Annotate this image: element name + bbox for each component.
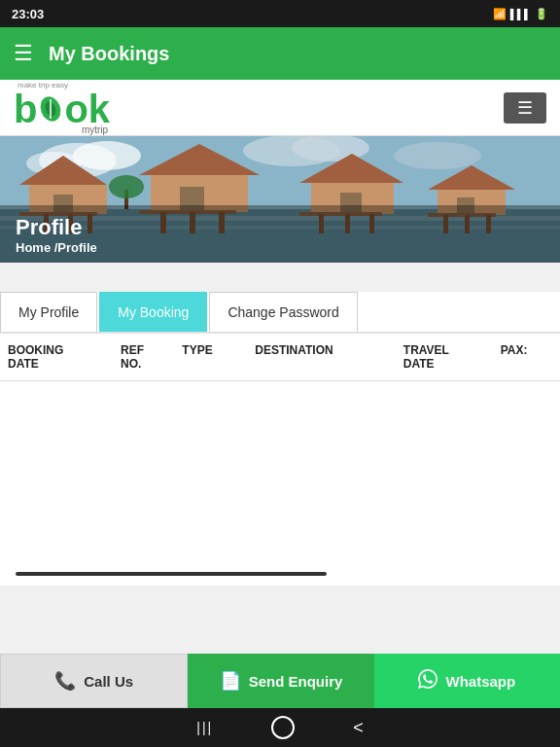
- gap: [0, 263, 560, 278]
- status-time: 23:03: [12, 7, 44, 21]
- tabs: My Profile My Booking Change Password: [0, 292, 560, 334]
- whatsapp-button[interactable]: Whatsapp: [374, 654, 560, 708]
- status-icons: 📶 ▌▌▌ 🔋: [493, 8, 548, 20]
- hamburger-icon[interactable]: ☰: [14, 41, 33, 66]
- logo-ok: ok: [64, 89, 110, 128]
- call-us-button[interactable]: 📞 Call Us: [0, 654, 188, 708]
- svg-point-42: [109, 175, 144, 198]
- android-home-btn[interactable]: [271, 716, 295, 739]
- logo: make trip easy b ok mytrip: [14, 81, 110, 135]
- phone-icon: 📞: [54, 670, 76, 692]
- network-icon: 📶: [493, 8, 507, 20]
- col-type: TYPE: [174, 334, 247, 381]
- tab-my-profile[interactable]: My Profile: [0, 292, 97, 332]
- status-bar: 23:03 📶 ▌▌▌ 🔋: [0, 0, 560, 27]
- menu-icon[interactable]: ☰: [504, 92, 546, 124]
- android-menu-btn[interactable]: |||: [196, 720, 213, 735]
- tab-my-booking[interactable]: My Booking: [99, 292, 207, 332]
- col-travel-date: TRAVELDATE: [396, 334, 493, 381]
- hero-title: Profile: [16, 215, 544, 240]
- battery-icon: 🔋: [535, 8, 548, 20]
- breadcrumb-home: Home: [16, 240, 51, 255]
- menu-lines-icon: ☰: [517, 97, 533, 119]
- scroll-area[interactable]: [0, 381, 560, 576]
- whatsapp-icon: [418, 669, 438, 694]
- svg-point-5: [73, 141, 141, 170]
- table-container: BOOKINGDATE REFNO. TYPE DESTINATION TRAV…: [0, 334, 560, 381]
- col-ref-no: REFNO.: [113, 334, 174, 381]
- enquiry-label: Send Enquiry: [249, 673, 343, 690]
- svg-point-9: [394, 142, 481, 169]
- logo-mytrip: mytrip: [14, 124, 110, 135]
- nav-title: My Bookings: [49, 43, 169, 65]
- logo-leaf-icon: [35, 93, 66, 124]
- hero-overlay: Profile Home /Profile: [0, 205, 560, 263]
- android-nav-bar: ||| <: [0, 708, 560, 747]
- footer-bar: 📞 Call Us 📄 Send Enquiry Whatsapp: [0, 654, 560, 708]
- col-destination: DESTINATION: [247, 334, 396, 381]
- col-pax: PAX:: [493, 334, 560, 381]
- breadcrumb-current: Profile: [57, 240, 96, 255]
- send-enquiry-button[interactable]: 📄 Send Enquiry: [188, 654, 373, 708]
- enquiry-icon: 📄: [220, 670, 241, 692]
- signal-icon: ▌▌▌: [510, 9, 531, 19]
- booking-table: BOOKINGDATE REFNO. TYPE DESTINATION TRAV…: [0, 334, 560, 381]
- hero-section: Profile Home /Profile: [0, 136, 560, 263]
- whatsapp-label: Whatsapp: [445, 673, 515, 690]
- table-header-row: BOOKINGDATE REFNO. TYPE DESTINATION TRAV…: [0, 334, 560, 381]
- scroll-track[interactable]: [16, 572, 327, 576]
- content-section: My Profile My Booking Change Password BO…: [0, 292, 560, 586]
- logo-b: b: [14, 89, 37, 128]
- col-booking-date: BOOKINGDATE: [0, 334, 113, 381]
- tab-change-password[interactable]: Change Password: [209, 292, 357, 332]
- hero-breadcrumb: Home /Profile: [16, 240, 544, 255]
- call-label: Call Us: [84, 673, 133, 690]
- nav-bar: ☰ My Bookings: [0, 27, 560, 80]
- logo-text: b ok: [14, 89, 110, 128]
- logo-bar: make trip easy b ok mytrip ☰: [0, 80, 560, 136]
- android-back-btn[interactable]: <: [353, 718, 364, 738]
